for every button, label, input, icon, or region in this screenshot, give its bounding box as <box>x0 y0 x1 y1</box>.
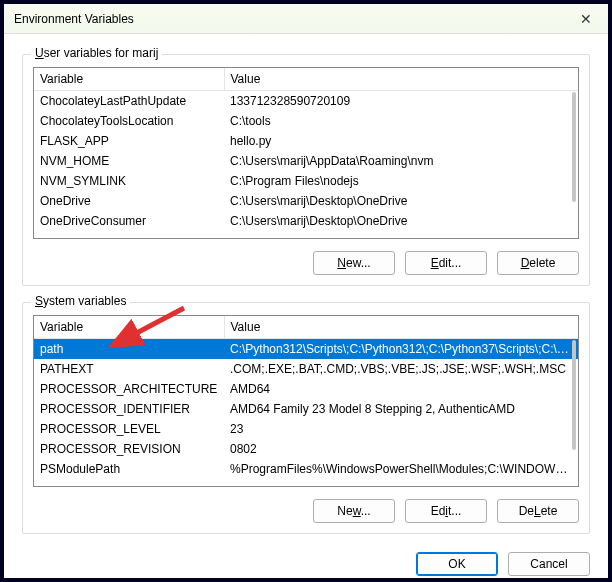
cell-value: AMD64 <box>224 379 578 399</box>
cancel-button[interactable]: Cancel <box>508 552 590 576</box>
cell-value: 0802 <box>224 439 578 459</box>
table-row[interactable]: ChocolateyToolsLocationC:\tools <box>34 111 578 131</box>
cell-variable: PROCESSOR_ARCHITECTURE <box>34 379 224 399</box>
table-row[interactable]: pathC:\Python312\Scripts\;C:\Python312\;… <box>34 339 578 360</box>
system-col-variable[interactable]: Variable <box>34 316 224 339</box>
system-group-label: System variables <box>31 294 130 308</box>
cell-value: hello.py <box>224 131 578 151</box>
cell-value: C:\Program Files\nodejs <box>224 171 578 191</box>
dialog-content: User variables for marij Variable Value … <box>4 34 608 582</box>
user-group-label: User variables for marij <box>31 46 162 60</box>
system-col-value[interactable]: Value <box>224 316 578 339</box>
cell-value: 133712328590720109 <box>224 91 578 112</box>
cell-variable: OneDriveConsumer <box>34 211 224 231</box>
close-button[interactable]: ✕ <box>564 4 608 34</box>
cell-value: C:\Python312\Scripts\;C:\Python312\;C:\P… <box>224 339 578 360</box>
system-new-button[interactable]: New... <box>313 499 395 523</box>
cell-variable: ChocolateyToolsLocation <box>34 111 224 131</box>
user-scrollbar[interactable] <box>572 92 576 202</box>
user-new-button[interactable]: New... <box>313 251 395 275</box>
cell-value: %ProgramFiles%\WindowsPowerShell\Modules… <box>224 459 578 479</box>
dialog-buttons: OK Cancel <box>22 552 590 576</box>
cell-value: C:\Users\marij\AppData\Roaming\nvm <box>224 151 578 171</box>
user-edit-button[interactable]: Edit... <box>405 251 487 275</box>
user-variables-group: User variables for marij Variable Value … <box>22 54 590 286</box>
cell-value: AMD64 Family 23 Model 8 Stepping 2, Auth… <box>224 399 578 419</box>
table-row[interactable]: PROCESSOR_IDENTIFIERAMD64 Family 23 Mode… <box>34 399 578 419</box>
cell-variable: PSModulePath <box>34 459 224 479</box>
user-variables-table[interactable]: Variable Value ChocolateyLastPathUpdate1… <box>33 67 579 239</box>
system-edit-button[interactable]: Edit... <box>405 499 487 523</box>
table-row[interactable]: FLASK_APPhello.py <box>34 131 578 151</box>
system-delete-button[interactable]: DeLete <box>497 499 579 523</box>
system-buttons: New... Edit... DeLete <box>33 499 579 523</box>
table-row[interactable]: PROCESSOR_REVISION0802 <box>34 439 578 459</box>
table-row[interactable]: PROCESSOR_ARCHITECTUREAMD64 <box>34 379 578 399</box>
ok-button[interactable]: OK <box>416 552 498 576</box>
cell-value: C:\Users\marij\Desktop\OneDrive <box>224 191 578 211</box>
table-row[interactable]: ChocolateyLastPathUpdate1337123285907201… <box>34 91 578 112</box>
cell-variable: path <box>34 339 224 360</box>
system-scrollbar[interactable] <box>572 340 576 450</box>
table-row[interactable]: PROCESSOR_LEVEL23 <box>34 419 578 439</box>
close-icon: ✕ <box>580 11 592 27</box>
cell-variable: OneDrive <box>34 191 224 211</box>
table-row[interactable]: PSModulePath%ProgramFiles%\WindowsPowerS… <box>34 459 578 479</box>
cell-variable: PROCESSOR_IDENTIFIER <box>34 399 224 419</box>
cell-variable: NVM_HOME <box>34 151 224 171</box>
cell-value: C:\tools <box>224 111 578 131</box>
cell-variable: PROCESSOR_REVISION <box>34 439 224 459</box>
table-row[interactable]: NVM_HOMEC:\Users\marij\AppData\Roaming\n… <box>34 151 578 171</box>
cell-variable: PATHEXT <box>34 359 224 379</box>
user-col-variable[interactable]: Variable <box>34 68 224 91</box>
system-variables-group: System variables Variable Value pathC:\P… <box>22 302 590 534</box>
titlebar: Environment Variables ✕ <box>4 4 608 34</box>
cell-variable: ChocolateyLastPathUpdate <box>34 91 224 112</box>
window-title: Environment Variables <box>14 12 134 26</box>
table-row[interactable]: NVM_SYMLINKC:\Program Files\nodejs <box>34 171 578 191</box>
cell-variable: NVM_SYMLINK <box>34 171 224 191</box>
user-col-value[interactable]: Value <box>224 68 578 91</box>
user-delete-button[interactable]: Delete <box>497 251 579 275</box>
cell-value: 23 <box>224 419 578 439</box>
table-row[interactable]: OneDriveConsumerC:\Users\marij\Desktop\O… <box>34 211 578 231</box>
system-variables-table[interactable]: Variable Value pathC:\Python312\Scripts\… <box>33 315 579 487</box>
cell-variable: FLASK_APP <box>34 131 224 151</box>
user-buttons: New... Edit... Delete <box>33 251 579 275</box>
table-row[interactable]: OneDriveC:\Users\marij\Desktop\OneDrive <box>34 191 578 211</box>
cell-variable: PROCESSOR_LEVEL <box>34 419 224 439</box>
table-row[interactable]: PATHEXT.COM;.EXE;.BAT;.CMD;.VBS;.VBE;.JS… <box>34 359 578 379</box>
cell-value: C:\Users\marij\Desktop\OneDrive <box>224 211 578 231</box>
cell-value: .COM;.EXE;.BAT;.CMD;.VBS;.VBE;.JS;.JSE;.… <box>224 359 578 379</box>
